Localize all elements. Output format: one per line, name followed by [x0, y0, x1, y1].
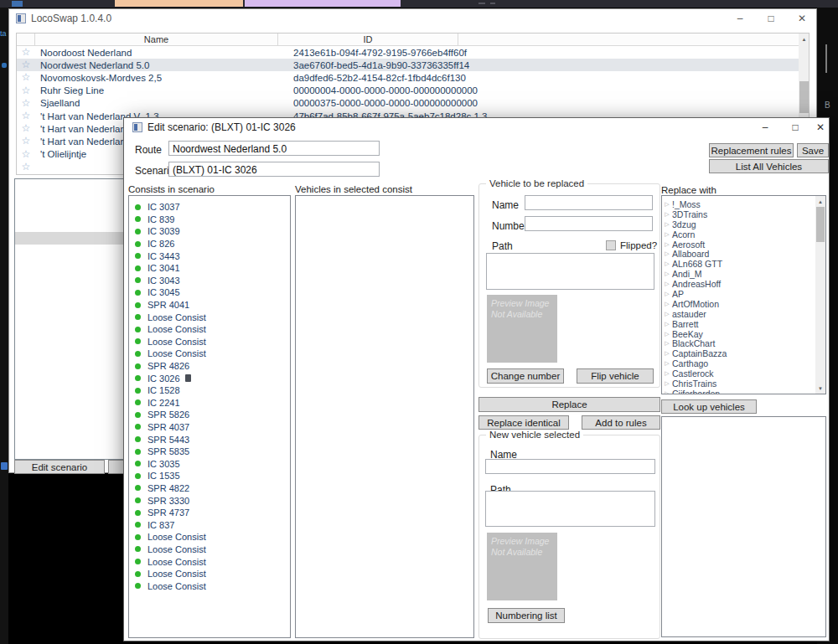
favorite-star-icon[interactable]: ☆	[17, 46, 35, 59]
consist-item[interactable]: SPR 5826	[129, 409, 290, 421]
table-scrollbar-thumb[interactable]	[799, 81, 809, 113]
scenario-list-item[interactable]	[15, 436, 123, 449]
scenario-list-item[interactable]	[15, 219, 123, 232]
favorite-star-icon[interactable]: ☆	[17, 71, 35, 84]
table-row[interactable]: ☆ Noordoost Nederland 2413e61b-094f-4792…	[17, 46, 799, 59]
dialog-close-button[interactable]: ✕	[810, 118, 830, 137]
close-button[interactable]: ✕	[787, 9, 817, 28]
provider-tree-item[interactable]: ▷ AP	[662, 289, 825, 299]
main-titlebar[interactable]: LocoSwap 1.0.4.0 – □ ✕	[9, 9, 816, 28]
scenario-list-item[interactable]	[15, 207, 123, 219]
expander-icon[interactable]: ▷	[662, 241, 672, 248]
flip-vehicle-button[interactable]: Flip vehicle	[577, 368, 654, 384]
consist-item[interactable]: IC 3443	[129, 250, 290, 262]
consist-item[interactable]: Loose Consist	[129, 311, 290, 323]
favorite-star-icon[interactable]: ☆	[17, 97, 35, 110]
consist-item[interactable]: IC 3026	[129, 372, 290, 384]
favorite-star-icon[interactable]: ☆	[17, 161, 35, 173]
expander-icon[interactable]: ▷	[662, 321, 672, 327]
tree-scrollbar[interactable]: ▲ ▼	[815, 196, 825, 394]
expander-icon[interactable]: ▷	[662, 201, 672, 208]
provider-tree-item[interactable]: ▷ Aerosoft	[662, 240, 825, 250]
look-up-vehicles-button[interactable]: Look up vehicles	[661, 399, 757, 414]
replace-button[interactable]: Replace	[478, 397, 660, 412]
provider-tree-item[interactable]: ▷ Acorn	[662, 229, 825, 240]
consist-item[interactable]: IC 3043	[129, 275, 290, 287]
favorite-star-icon[interactable]: ☆	[17, 85, 35, 97]
table-row[interactable]: ☆ Ruhr Sieg Line 00000004-0000-0000-0000…	[17, 85, 799, 97]
consist-item[interactable]: SPR 4737	[129, 507, 290, 519]
scenario-list-item[interactable]	[15, 334, 123, 347]
expander-icon[interactable]: ▷	[662, 380, 672, 387]
scenario-list-item[interactable]	[15, 245, 123, 257]
provider-tree-item[interactable]: ▷ BlackChart	[662, 338, 825, 348]
expander-icon[interactable]: ▷	[662, 350, 672, 357]
provider-tree-item[interactable]: ▷ Allaboard	[662, 249, 825, 259]
dialog-minimize-button[interactable]: –	[752, 118, 779, 137]
consist-item[interactable]: Loose Consist	[129, 531, 290, 544]
provider-tree-item[interactable]: ▷ 3dzug	[662, 219, 825, 229]
consist-item[interactable]: SPR 4041	[129, 299, 290, 312]
scroll-up-icon[interactable]: ▲	[799, 33, 810, 44]
table-row[interactable]: ☆ Sjaelland 00000375-0000-0000-0000-0000…	[17, 97, 799, 110]
provider-tree-item[interactable]: ▷ ChrisTrains	[662, 379, 825, 389]
flipped-checkbox[interactable]	[606, 240, 616, 250]
provider-tree-item[interactable]: ▷ Cijferborden	[662, 389, 825, 394]
expander-icon[interactable]: ▷	[662, 370, 672, 377]
consist-item[interactable]: SPR 3330	[129, 494, 290, 507]
vtr-name-input[interactable]	[525, 195, 653, 210]
consist-item[interactable]: IC 839	[129, 214, 290, 226]
dialog-titlebar[interactable]: Edit scenario: (BLXT) 01-IC 3026 – □ ✕	[124, 118, 829, 137]
numbering-list-button[interactable]: Numbering list	[488, 608, 565, 623]
expander-icon[interactable]: ▷	[662, 291, 672, 297]
add-to-rules-button[interactable]: Add to rules	[582, 415, 660, 430]
scenario-list-item[interactable]	[15, 283, 123, 296]
provider-tree-item[interactable]: ▷ !_Moss	[662, 199, 825, 209]
provider-tree-item[interactable]: ▷ ArtOfMotion	[662, 299, 825, 309]
consist-item[interactable]: IC 1535	[129, 470, 290, 482]
expander-icon[interactable]: ▷	[662, 231, 672, 238]
consist-item[interactable]: Loose Consist	[129, 544, 290, 556]
consist-item[interactable]: IC 3037	[129, 201, 290, 214]
provider-tree-item[interactable]: ▷ Carthago	[662, 358, 825, 368]
expander-icon[interactable]: ▷	[662, 301, 672, 307]
expander-icon[interactable]: ▷	[662, 260, 672, 267]
consist-item[interactable]: Loose Consist	[129, 348, 290, 360]
replace-identical-button[interactable]: Replace identical	[478, 415, 569, 430]
scroll-up-icon[interactable]: ▲	[815, 196, 825, 207]
consist-item[interactable]: IC 3045	[129, 286, 290, 299]
favorite-star-icon[interactable]: ☆	[17, 122, 35, 135]
table-row[interactable]: ☆ Novomoskovsk-Mordves 2,5 da9dfed6-52b2…	[17, 71, 799, 84]
provider-tree-item[interactable]: ▷ ALn668 GTT	[662, 259, 825, 269]
scenario-list-item[interactable]	[15, 309, 123, 322]
provider-tree-item[interactable]: ▷ CaptainBazza	[662, 348, 825, 358]
minimize-button[interactable]: –	[725, 9, 755, 28]
provider-tree-item[interactable]: ▷ BeeKay	[662, 329, 825, 339]
favorite-star-icon[interactable]: ☆	[17, 148, 35, 161]
route-input[interactable]: Noordwest Nederland 5.0	[168, 141, 380, 156]
save-button[interactable]: Save	[797, 143, 829, 157]
nv-name-input[interactable]	[485, 459, 655, 474]
scenario-list-item[interactable]	[15, 424, 123, 436]
consist-item[interactable]: Loose Consist	[129, 336, 290, 348]
scenario-list-item[interactable]	[15, 360, 123, 373]
consist-item[interactable]: SPR 5835	[129, 446, 290, 458]
scenario-list-item[interactable]	[15, 181, 123, 193]
favorite-star-icon[interactable]: ☆	[17, 110, 35, 122]
consist-item[interactable]: IC 3041	[129, 262, 290, 275]
consist-item[interactable]: IC 837	[129, 518, 290, 531]
provider-tree-item[interactable]: ▷ Barrett	[662, 319, 825, 329]
favorite-star-icon[interactable]: ☆	[17, 135, 35, 147]
scenario-list-item[interactable]	[15, 411, 123, 424]
table-row[interactable]: ☆ Noordwest Nederland 5.0 3ae6760f-bed5-…	[17, 59, 799, 71]
expander-icon[interactable]: ▷	[662, 360, 672, 367]
nv-path-box[interactable]	[485, 491, 655, 527]
scenario-list-item[interactable]	[15, 385, 123, 398]
consist-item[interactable]: Loose Consist	[129, 323, 290, 336]
consist-item[interactable]: Loose Consist	[129, 568, 290, 580]
scenario-list-item[interactable]	[15, 258, 123, 270]
consist-item[interactable]: SPR 4826	[129, 360, 290, 373]
expander-icon[interactable]: ▷	[662, 211, 672, 218]
vtr-number-input[interactable]	[525, 216, 653, 231]
vehicles-list[interactable]	[295, 195, 474, 638]
